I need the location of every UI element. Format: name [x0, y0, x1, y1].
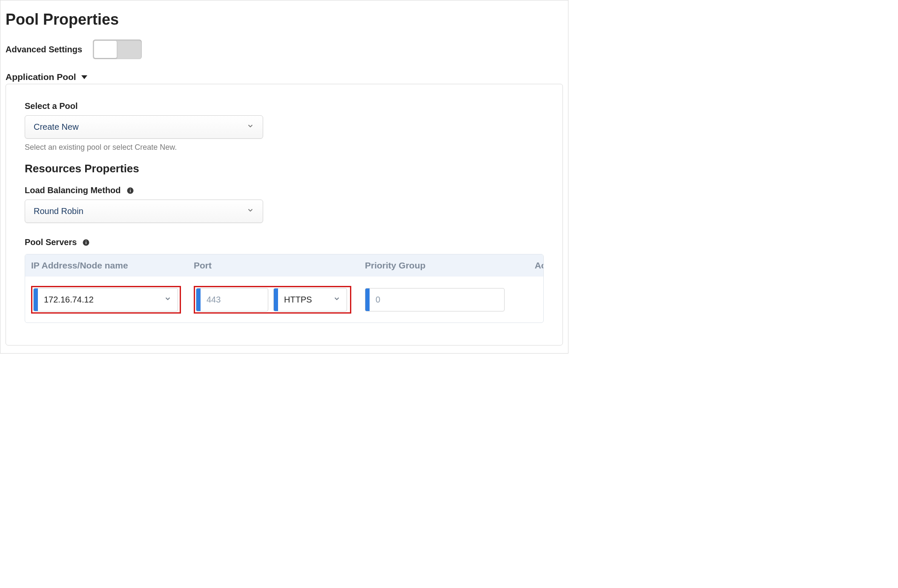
svg-rect-4	[86, 242, 87, 244]
priority-value: 0	[370, 295, 504, 305]
active-indicator	[34, 288, 38, 311]
svg-rect-2	[130, 188, 131, 189]
ip-value: 172.16.74.12	[38, 295, 164, 305]
ip-address-combobox[interactable]: 172.16.74.12	[33, 288, 178, 311]
pool-servers-table: IP Address/Node name Port Priority Group…	[25, 254, 544, 323]
load-balancing-dropdown[interactable]: Round Robin	[25, 200, 263, 223]
page-title: Pool Properties	[6, 11, 563, 29]
pool-servers-label: Pool Servers	[25, 237, 544, 247]
protocol-value: HTTPS	[278, 295, 333, 305]
col-priority: Priority Group	[365, 260, 522, 271]
load-balancing-value: Round Robin	[34, 206, 83, 216]
table-row: 172.16.74.12	[31, 283, 537, 317]
toggle-knob	[94, 40, 117, 58]
section-title: Application Pool	[6, 72, 76, 82]
col-ip: IP Address/Node name	[31, 260, 194, 271]
table-body: 172.16.74.12	[25, 277, 543, 323]
load-balancing-label: Load Balancing Method	[25, 186, 544, 195]
chevron-down-icon	[164, 295, 172, 305]
cell-ip: 172.16.74.12	[31, 286, 194, 314]
svg-rect-5	[86, 240, 87, 241]
select-pool-group: Select a Pool Create New Select an exist…	[25, 101, 544, 152]
select-pool-dropdown[interactable]: Create New	[25, 115, 263, 139]
cell-port: 443 HTTPS	[194, 286, 365, 314]
application-pool-section-header[interactable]: Application Pool	[6, 72, 563, 82]
pool-properties-panel: Pool Properties Advanced Settings Applic…	[0, 0, 568, 354]
cell-priority: 0	[365, 288, 522, 311]
load-balancing-group: Load Balancing Method Round Robin	[25, 186, 544, 223]
highlight-box: 172.16.74.12	[31, 286, 181, 314]
port-value: 443	[201, 295, 268, 305]
pool-servers-group: Pool Servers IP Address/Node name Port P…	[25, 237, 544, 323]
advanced-settings-row: Advanced Settings	[6, 40, 563, 59]
advanced-settings-toggle[interactable]	[93, 40, 142, 59]
active-indicator	[274, 288, 278, 311]
application-pool-panel: Select a Pool Create New Select an exist…	[6, 84, 563, 345]
highlight-box: 443 HTTPS	[194, 286, 351, 314]
chevron-down-icon	[333, 295, 341, 305]
port-input[interactable]: 443	[196, 288, 268, 311]
cell-action: + ✕	[522, 283, 544, 317]
active-indicator	[365, 288, 370, 311]
select-pool-value: Create New	[34, 122, 79, 132]
info-icon[interactable]	[82, 238, 90, 247]
advanced-settings-label: Advanced Settings	[6, 45, 82, 54]
col-action: Action	[522, 260, 544, 271]
chevron-down-icon	[247, 206, 254, 216]
col-port: Port	[194, 260, 365, 271]
info-icon[interactable]	[126, 186, 135, 195]
active-indicator	[196, 288, 201, 311]
resources-properties-title: Resources Properties	[25, 162, 544, 175]
svg-rect-1	[130, 190, 131, 192]
select-pool-label: Select a Pool	[25, 101, 544, 111]
caret-down-icon	[81, 75, 87, 79]
chevron-down-icon	[247, 122, 254, 132]
select-pool-helper: Select an existing pool or select Create…	[25, 143, 544, 152]
priority-input[interactable]: 0	[365, 288, 505, 311]
table-header: IP Address/Node name Port Priority Group…	[25, 254, 543, 277]
protocol-dropdown[interactable]: HTTPS	[273, 288, 347, 311]
